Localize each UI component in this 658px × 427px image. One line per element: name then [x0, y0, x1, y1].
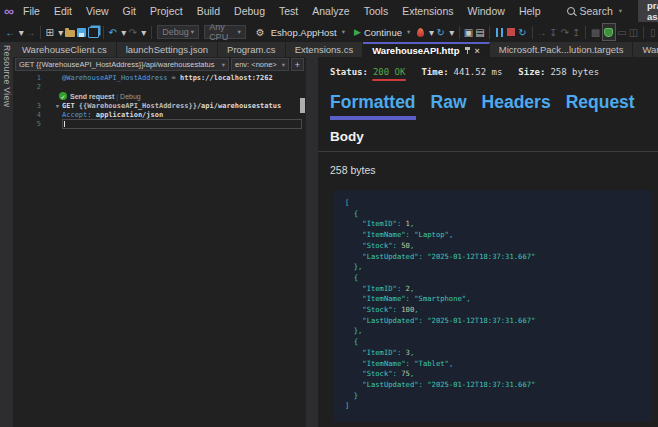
tab-program-cs[interactable]: Program.cs: [218, 42, 286, 57]
request-url-dropdown[interactable]: GET {{WarehouseAPI_HostAddress}}/api/war…: [15, 58, 229, 71]
code-line[interactable]: 2: [13, 82, 306, 91]
solution-platform-dropdown[interactable]: Any CPU▾: [204, 25, 246, 39]
tab-launchsettings-json[interactable]: launchSettings.json: [117, 42, 218, 57]
menu-extensions[interactable]: Extensions: [395, 2, 460, 20]
pause-icon[interactable]: [494, 24, 505, 40]
restart-dropdown-icon[interactable]: ▾: [449, 24, 455, 40]
debug-continue-button[interactable]: ▶ Continue ▾: [350, 27, 414, 38]
show-next-statement-icon[interactable]: →: [536, 24, 547, 40]
tab-label: launchSettings.json: [126, 44, 208, 55]
restart-app-icon[interactable]: ↻: [435, 24, 446, 40]
pane-divider[interactable]: [306, 57, 318, 427]
hot-reload-on-save-button[interactable]: [602, 23, 616, 41]
code-line[interactable]: ✓Send request | Debug: [13, 92, 306, 101]
navigate-back-icon[interactable]: ←: [5, 24, 16, 40]
new-project-icon[interactable]: ⊞: [44, 24, 55, 40]
open-folder-icon[interactable]: [65, 24, 76, 40]
tab-warehouseapi-csproj[interactable]: WarehouseAPI.csproj: [633, 42, 658, 57]
visual-studio-logo-icon: ∞: [4, 3, 14, 19]
status-label: Status:: [330, 67, 368, 77]
stop-debugging-icon[interactable]: [506, 24, 517, 40]
tab-microsoft-pack-lution-targets[interactable]: Microsoft.Pack...lution.targets: [490, 42, 634, 57]
startup-project-dropdown[interactable]: ⚙ Eshop.AppHost ▾: [249, 24, 349, 40]
menu-build[interactable]: Build: [190, 2, 227, 20]
diagnostics-icon[interactable]: ▭: [617, 24, 628, 40]
codelens-debug-link[interactable]: Debug: [120, 93, 141, 100]
resource-view-tab[interactable]: Resource View: [2, 45, 12, 427]
tab-label: WarehouseAPI.csproj: [642, 44, 658, 55]
menu-test[interactable]: Test: [272, 2, 305, 20]
toolbar-separator: [532, 26, 533, 39]
menu-tools[interactable]: Tools: [357, 2, 396, 20]
menu-git[interactable]: Git: [116, 2, 143, 20]
pin-icon[interactable]: [464, 47, 471, 55]
codelens-send-request-link[interactable]: Send request: [70, 93, 114, 100]
chevron-down-icon: ▾: [222, 61, 225, 69]
json-line: }: [345, 391, 652, 402]
add-environment-button[interactable]: +: [291, 58, 304, 71]
step-out-icon[interactable]: ↥: [571, 24, 582, 40]
toolbar-separator: [103, 26, 104, 39]
code-area[interactable]: 1@WarehouseAPI_HostAddress = https://loc…: [13, 73, 306, 129]
toolbar-separator: [40, 26, 41, 39]
undo-icon[interactable]: ↶: [107, 24, 118, 40]
restart-debugging-icon[interactable]: ↻: [517, 24, 528, 40]
chevron-down-icon: ▾: [342, 28, 345, 36]
memory-icon[interactable]: ◫: [628, 24, 639, 40]
hot-reload-icon[interactable]: [415, 24, 426, 40]
json-line: [: [345, 198, 652, 209]
debug-target-icon[interactable]: ▩: [590, 24, 601, 40]
menu-analyze[interactable]: Analyze: [305, 2, 356, 20]
menu-debug[interactable]: Debug: [227, 2, 272, 20]
response-tab-request[interactable]: Request: [566, 92, 635, 120]
step-into-icon[interactable]: ↧: [548, 24, 559, 40]
redo-dropdown-icon[interactable]: ▾: [141, 24, 147, 40]
environment-dropdown[interactable]: env: <none> ▾: [231, 58, 289, 71]
navigate-forward-icon[interactable]: →: [25, 24, 36, 40]
menu-file[interactable]: File: [16, 2, 47, 20]
menu-window[interactable]: Window: [461, 2, 512, 20]
navigate-back-dropdown-icon[interactable]: ▾: [19, 24, 25, 40]
editor-scrollbar-thumb[interactable]: [300, 98, 305, 113]
menu-project[interactable]: Project: [143, 2, 190, 20]
response-tab-headers[interactable]: Headers: [482, 92, 551, 120]
response-body-json[interactable]: [ { "ItemID": 1, "ItemName": "Laptop", "…: [333, 190, 652, 422]
show-output-icon[interactable]: ▣: [463, 24, 474, 40]
response-tab-formatted[interactable]: Formatted: [330, 92, 416, 120]
code-line[interactable]: 5: [13, 119, 306, 128]
redo-icon[interactable]: ↷: [127, 24, 138, 40]
code-line[interactable]: 1@WarehouseAPI_HostAddress = https://loc…: [13, 73, 306, 82]
response-status-line: Status: 200 OK Time: 441.52 ms Size: 258…: [330, 67, 658, 77]
divider: [318, 151, 658, 152]
search-label: Search: [579, 5, 612, 17]
menu-help[interactable]: Help: [512, 2, 548, 20]
save-all-icon[interactable]: [88, 24, 99, 40]
json-line: "Stock": 100,: [345, 305, 652, 316]
search-box[interactable]: Search ▾: [561, 3, 628, 19]
step-over-icon[interactable]: ↷: [559, 24, 570, 40]
menu-edit[interactable]: Edit: [47, 2, 79, 20]
http-editor-pane[interactable]: GET {{WarehouseAPI_HostAddress}}/api/war…: [13, 57, 306, 427]
menu-view[interactable]: View: [79, 2, 116, 20]
hot-reload-dropdown-icon[interactable]: ▾: [429, 24, 435, 40]
title-bar: ∞ FileEditViewGitProjectBuildDebugTestAn…: [0, 0, 658, 22]
undo-dropdown-icon[interactable]: ▾: [121, 24, 127, 40]
save-icon[interactable]: [76, 24, 87, 40]
breakpoints-window-icon[interactable]: ▤: [475, 24, 486, 40]
current-line-highlight[interactable]: [62, 119, 302, 129]
json-line: "ItemName": "Tablet",: [345, 359, 652, 370]
fold-chevron-icon[interactable]: ▼: [41, 103, 62, 109]
json-line: "Stock": 75,: [345, 369, 652, 380]
tab-warehouseclient-cs[interactable]: WarehouseClient.cs: [13, 42, 117, 57]
json-line: "ItemID": 3,: [345, 348, 652, 359]
code-line[interactable]: 3▼GET {{WarehouseAPI_HostAddress}}/api/w…: [13, 101, 306, 110]
solution-configuration-dropdown[interactable]: Debug▾: [157, 25, 199, 39]
tab-warehouseapi-http[interactable]: WarehouseAPI.http×: [363, 42, 490, 57]
code-line[interactable]: 4Accept: application/json: [13, 110, 306, 119]
response-tab-raw[interactable]: Raw: [431, 92, 467, 120]
tab-extensions-cs[interactable]: Extensions.cs: [286, 42, 364, 57]
new-project-dropdown-icon[interactable]: ▾: [58, 24, 64, 40]
close-icon[interactable]: ×: [475, 46, 480, 56]
bookmark-icon[interactable]: ▯: [647, 24, 658, 40]
chevron-down-icon: ▾: [619, 7, 622, 15]
